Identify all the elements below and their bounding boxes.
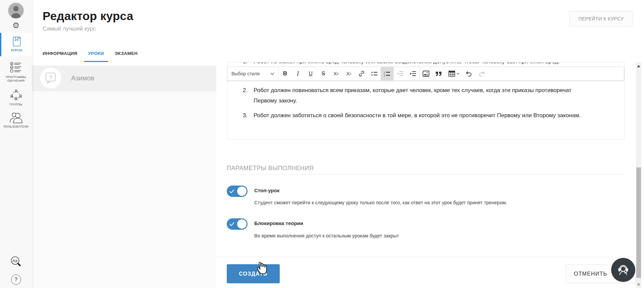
indent-icon xyxy=(397,71,404,77)
support-chat-button[interactable] xyxy=(611,258,635,282)
sidebar-item-users[interactable]: ПОЛЬЗОВАТЕЛИ xyxy=(0,112,32,129)
tab-information[interactable]: ИНФОРМАЦИЯ xyxy=(39,51,82,62)
redo-button xyxy=(475,67,488,80)
divider xyxy=(227,174,625,174)
bold-button[interactable]: B xyxy=(279,67,291,80)
editor-toolbar: Выбор стиля B I U S X2 X2 1 2 xyxy=(227,67,624,81)
svg-text:Aa: Aa xyxy=(12,259,17,263)
chevron-down-icon xyxy=(457,73,460,75)
sidebar-item-label: ГРУППЫ xyxy=(0,103,32,106)
underline-button[interactable]: U xyxy=(304,67,317,80)
list-item: 2. Робот должен повиноваться всем приказ… xyxy=(227,85,599,106)
sidebar-item-programs[interactable]: ПРОГРАММЫ ОБУЧЕНИЯ xyxy=(0,61,32,83)
strikethrough-button[interactable]: S xyxy=(317,67,330,80)
link-icon xyxy=(358,70,365,77)
image-icon xyxy=(423,71,429,77)
svg-text:?: ? xyxy=(49,74,52,81)
blockquote-button[interactable] xyxy=(432,67,445,80)
superscript-button[interactable]: X2 xyxy=(342,67,355,80)
insert-image-button[interactable] xyxy=(420,67,432,80)
sidebar: ⚙ КУРСЫ ПРОГРАММЫ ОБУЧЕНИЯ ГРУППЫ xyxy=(0,0,32,288)
toggle-label: Стоп-урок xyxy=(254,188,279,193)
gear-icon[interactable]: ⚙ xyxy=(0,21,32,30)
question-bubble-icon: ? xyxy=(44,72,57,84)
style-select-dropdown[interactable]: Выбор стиля xyxy=(227,67,278,80)
stop-lesson-toggle[interactable] xyxy=(227,186,248,197)
toggle-description: Во время выполнения доступ к остальным у… xyxy=(254,233,399,238)
toggle-description: Студент сможет перейти к следующему урок… xyxy=(254,200,507,205)
lessons-panel: ? Азимов xyxy=(32,66,216,288)
vertical-scrollbar[interactable] xyxy=(636,62,641,288)
groups-icon xyxy=(10,89,22,101)
checklist-icon xyxy=(10,61,22,74)
chevron-down-icon xyxy=(270,72,274,75)
avatar[interactable] xyxy=(8,3,24,18)
sidebar-item-courses[interactable]: КУРСЫ xyxy=(0,33,32,56)
toggle-label: Блокировка теории xyxy=(254,220,303,226)
tab-lessons[interactable]: УРОКИ xyxy=(84,51,108,62)
subscript-button[interactable]: X2 xyxy=(330,67,342,80)
outdent-button[interactable] xyxy=(407,67,419,80)
insert-table-button[interactable] xyxy=(445,67,463,80)
link-button[interactable] xyxy=(355,67,368,80)
svg-text:1: 1 xyxy=(384,71,385,74)
go-to-course-button[interactable]: ПЕРЕЙТИ К КУРСУ xyxy=(569,11,633,26)
scrollbar-thumb[interactable] xyxy=(636,167,641,278)
list-item: 3. Робот должен заботиться о своей безоп… xyxy=(227,110,599,121)
create-button[interactable]: СОЗДАТЬ xyxy=(227,264,280,283)
sidebar-item-groups[interactable]: ГРУППЫ xyxy=(0,89,32,106)
font-magnifier-icon: Aa xyxy=(10,256,22,268)
execution-params-title: ПАРАМЕТРЫ ВЫПОЛНЕНИЯ xyxy=(227,165,314,172)
bulleted-list-button[interactable] xyxy=(368,67,381,80)
sidebar-item-label: ПРОГРАММЫ ОБУЧЕНИЯ xyxy=(0,75,32,83)
tab-exam[interactable]: ЭКЗАМЕН xyxy=(111,51,142,62)
headset-support-icon xyxy=(616,263,631,277)
scroll-up-arrow[interactable] xyxy=(637,65,640,67)
scroll-down-arrow[interactable] xyxy=(637,284,640,286)
book-icon xyxy=(12,36,22,47)
redo-icon xyxy=(478,71,485,77)
numbered-list-button[interactable]: 1 2 xyxy=(381,67,393,80)
page-title: Редактор курса xyxy=(43,9,133,23)
editor-clipped-line: 1. Робот не может причинить вред человек… xyxy=(227,63,613,66)
bulleted-list-icon xyxy=(371,71,378,77)
italic-button[interactable]: I xyxy=(291,67,304,80)
lesson-title: Азимов xyxy=(71,74,94,82)
user-avatar-icon xyxy=(8,3,24,18)
font-size-tool[interactable]: Aa xyxy=(0,256,32,269)
help-icon: ? xyxy=(11,275,21,285)
check-icon xyxy=(230,188,233,193)
users-icon xyxy=(9,112,23,123)
divider xyxy=(216,257,636,257)
blockquote-icon xyxy=(435,71,442,76)
help-button[interactable]: ? xyxy=(0,275,32,285)
editor-content[interactable]: 2. Робот должен повиноваться всем приказ… xyxy=(227,85,599,125)
lesson-type-bubble: ? xyxy=(40,68,61,88)
undo-icon xyxy=(466,71,472,77)
page-subtitle: Самый лучший курс xyxy=(43,25,96,32)
table-icon xyxy=(448,71,455,77)
numbered-list-icon: 1 2 xyxy=(384,71,390,77)
sidebar-item-label: КУРСЫ xyxy=(1,49,32,52)
indent-button xyxy=(394,67,407,80)
tab-bar: ИНФОРМАЦИЯ УРОКИ ЭКЗАМЕН xyxy=(39,51,142,62)
sidebar-item-label: ПОЛЬЗОВАТЕЛИ xyxy=(0,125,32,129)
svg-text:2: 2 xyxy=(384,74,385,77)
lesson-list-item[interactable]: ? Азимов xyxy=(32,66,216,91)
undo-button[interactable] xyxy=(463,67,475,80)
theory-lock-toggle[interactable] xyxy=(227,218,248,230)
check-icon xyxy=(230,221,233,226)
outdent-icon xyxy=(410,71,416,77)
